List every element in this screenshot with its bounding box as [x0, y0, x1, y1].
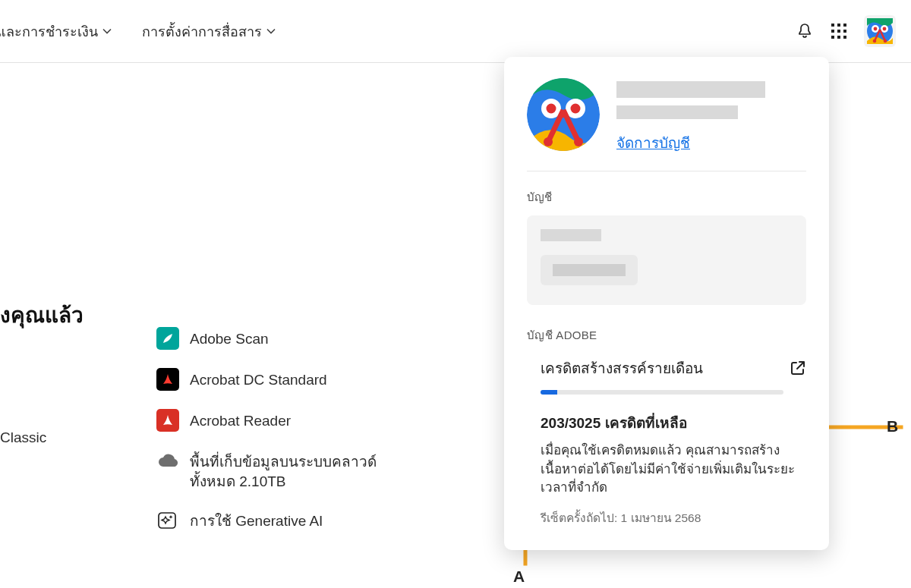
apps-grid-icon[interactable]	[831, 23, 847, 39]
account-card[interactable]	[527, 215, 806, 305]
app-label: Classic	[0, 426, 46, 448]
svg-rect-7	[837, 36, 840, 39]
svg-point-19	[547, 104, 556, 114]
account-popover: จัดการบัญชี บัญชี บัญชี ADOBE เครดิตสร้า…	[504, 57, 829, 550]
avatar-large	[527, 78, 600, 151]
acrobat-dc-icon	[156, 368, 179, 391]
chevron-down-icon	[102, 27, 112, 36]
manage-account-link[interactable]: จัดการบัญชี	[616, 131, 690, 154]
svg-rect-3	[831, 30, 834, 33]
svg-point-14	[873, 39, 877, 43]
credit-title: เครดิตสร้างสรรค์รายเดือน	[541, 357, 703, 379]
avatar-button[interactable]	[864, 15, 896, 47]
nav-payment-label: และการชําระเงิน	[0, 20, 98, 42]
bell-icon[interactable]	[796, 22, 814, 40]
credit-header: เครดิตสร้างสรรค์รายเดือน	[541, 357, 806, 379]
svg-point-22	[544, 137, 553, 146]
nav-communication-label: การตั้งค่าการสื่อสาร	[142, 20, 262, 42]
svg-rect-4	[837, 30, 840, 33]
app-column: Adobe Scan Acrobat DC Standard Acrobat R…	[156, 327, 418, 532]
svg-rect-8	[843, 36, 846, 39]
svg-rect-6	[831, 36, 834, 39]
annotation-b-label: B	[887, 417, 898, 435]
account-name-redacted	[541, 229, 601, 241]
credit-count: 203/3025 เครดิตที่เหลือ	[541, 411, 806, 434]
credit-card: เครดิตสร้างสรรค์รายเดือน 203/3025 เครดิต…	[527, 355, 806, 527]
annotation-a-label: A	[513, 568, 525, 586]
cloud-icon	[156, 450, 179, 473]
svg-rect-0	[831, 24, 834, 27]
app-item-classic[interactable]: Classic	[0, 426, 46, 448]
chevron-down-icon	[266, 27, 276, 36]
section-title: งคุณแล้ว	[0, 298, 84, 332]
svg-point-23	[574, 137, 583, 146]
nav-communication[interactable]: การตั้งค่าการสื่อสาร	[142, 20, 276, 42]
profile-email-redacted	[616, 105, 738, 119]
svg-rect-2	[843, 24, 846, 27]
sparkle-icon	[156, 509, 179, 532]
app-item-scan[interactable]: Adobe Scan	[156, 327, 418, 350]
svg-point-21	[571, 104, 581, 114]
nav-payment[interactable]: และการชําระเงิน	[0, 20, 112, 42]
app-label: Acrobat DC Standard	[190, 368, 327, 390]
app-item-genai[interactable]: การใช้ Generative AI	[156, 509, 418, 532]
app-label: Acrobat Reader	[190, 409, 291, 431]
top-right	[796, 15, 896, 47]
avatar-icon	[867, 18, 893, 44]
adobe-account-label: บัญชี ADOBE	[527, 326, 806, 344]
top-bar: และการชําระเงิน การตั้งค่าการสื่อสาร	[0, 0, 911, 63]
app-column-left: Classic	[0, 426, 46, 448]
app-item-storage[interactable]: พื้นที่เก็บข้อมูลบนระบบคลาวด์ทั้งหมด 2.1…	[156, 450, 418, 491]
svg-rect-16	[159, 513, 175, 528]
account-label: บัญชี	[527, 188, 806, 206]
svg-point-15	[884, 39, 887, 43]
credit-progress-fill	[541, 390, 557, 395]
app-item-reader[interactable]: Acrobat Reader	[156, 409, 418, 432]
svg-point-13	[883, 27, 887, 31]
credit-progress	[541, 390, 783, 395]
svg-rect-5	[843, 30, 846, 33]
credit-description: เมื่อคุณใช้เครดิตหมดแล้ว คุณสามารถสร้างเ…	[541, 442, 806, 498]
acrobat-reader-icon	[156, 409, 179, 432]
app-item-acrobat[interactable]: Acrobat DC Standard	[156, 368, 418, 391]
profile-name-redacted	[616, 81, 765, 98]
svg-point-11	[874, 27, 878, 31]
account-plan-redacted	[541, 255, 638, 285]
app-label: พื้นที่เก็บข้อมูลบนระบบคลาวด์ทั้งหมด 2.1…	[190, 450, 418, 491]
app-label: การใช้ Generative AI	[190, 509, 323, 531]
adobe-scan-icon	[156, 327, 179, 350]
external-link-icon[interactable]	[790, 360, 806, 376]
app-label: Adobe Scan	[190, 327, 269, 349]
top-nav: และการชําระเงิน การตั้งค่าการสื่อสาร	[0, 20, 276, 42]
svg-rect-24	[560, 112, 566, 118]
popover-header: จัดการบัญชี	[527, 78, 806, 171]
profile-info: จัดการบัญชี	[616, 78, 806, 154]
svg-rect-1	[837, 24, 840, 27]
credit-reset: รีเซ็ตครั้งถัดไป: 1 เมษายน 2568	[541, 508, 806, 527]
